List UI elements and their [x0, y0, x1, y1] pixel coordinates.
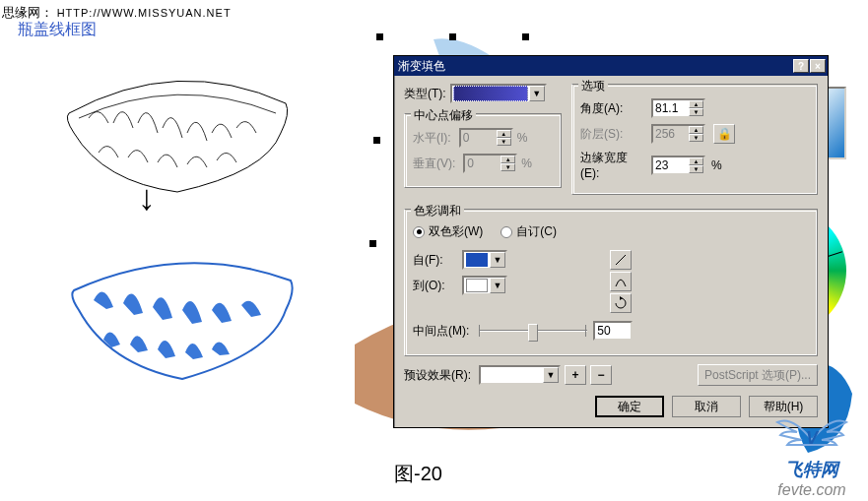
midpoint-input[interactable] [593, 321, 633, 341]
dialog-title: 淅变填色 [398, 58, 793, 75]
pct-label: % [521, 157, 532, 170]
custom-radio[interactable]: 自订(C) [501, 223, 557, 240]
center-offset-group: 中心点偏移 水平(I): ▲▼ % 垂直(V): ▲▼ [404, 113, 562, 188]
spinner-icon: ▲▼ [501, 156, 515, 171]
presets-label: 预设效果(R): [404, 367, 471, 384]
lock-icon[interactable]: 🔒 [713, 124, 735, 144]
chevron-down-icon: ▼ [490, 252, 505, 268]
figure-caption: 图-20 [394, 461, 442, 487]
midpoint-label: 中间点(M): [413, 323, 469, 340]
edge-input[interactable]: ▲▼ [651, 156, 705, 175]
spinner-icon[interactable]: ▲▼ [689, 100, 703, 116]
slider-thumb[interactable] [528, 324, 538, 342]
ok-button[interactable]: 确定 [595, 396, 664, 417]
remove-preset-button[interactable]: − [590, 365, 612, 385]
offset-legend: 中心点偏移 [411, 107, 476, 124]
dialog-titlebar[interactable]: 淅变填色 ? × [394, 56, 828, 76]
radio-icon [413, 226, 425, 238]
add-preset-button[interactable]: + [565, 365, 586, 385]
svg-text:V: V [806, 428, 820, 448]
spinner-icon: ▲▼ [497, 130, 511, 146]
caption-wireframe: 瓶盖线框图 [18, 20, 97, 40]
presets-dropdown[interactable]: ▼ [479, 365, 561, 385]
rotate-path-button[interactable] [610, 293, 632, 313]
midpoint-slider[interactable] [479, 321, 587, 341]
type-swatch [453, 86, 528, 101]
chevron-down-icon: ▼ [529, 86, 545, 101]
type-dropdown[interactable]: ▼ [450, 84, 547, 103]
edge-label: 边缘宽度(E): [580, 150, 643, 180]
spinner-icon[interactable]: ▲▼ [689, 157, 703, 173]
titlebar-help-button[interactable]: ? [793, 59, 809, 73]
to-color-swatch [466, 279, 488, 292]
to-label: 到(O): [413, 278, 454, 294]
colorblend-legend: 色彩调和 [411, 203, 464, 219]
wings-icon: V [772, 410, 851, 458]
from-color-dropdown[interactable]: ▼ [462, 250, 507, 270]
blue-rendered-drawing [59, 246, 305, 404]
wireframe-drawing [49, 64, 305, 202]
line-path-button[interactable] [610, 250, 632, 270]
logo-text-url: fevte.com [777, 481, 845, 499]
options-group: 选项 角度(A): ▲▼ 阶层(S): ▲▼ [571, 84, 818, 195]
watermark-url: HTTP://WWW.MISSYUAN.NET [57, 7, 232, 19]
logo-text-cn: 飞特网 [785, 458, 838, 481]
angle-input[interactable]: ▲▼ [651, 98, 705, 118]
chevron-down-icon: ▼ [543, 367, 559, 383]
spinner-icon: ▲▼ [689, 126, 703, 142]
type-label: 类型(T): [404, 86, 446, 102]
chevron-down-icon: ▼ [490, 278, 505, 293]
steps-label: 阶层(S): [580, 126, 643, 143]
gradient-fill-dialog: 淅变填色 ? × 类型(T): ▼ 中心点偏移 水平(I): [393, 55, 829, 428]
curve-path-button[interactable] [610, 272, 632, 291]
path-tool-buttons [610, 250, 632, 313]
horizontal-input: ▲▼ [459, 128, 513, 148]
color-blend-group: 色彩调和 双色彩(W) 自订(C) 自(F): ▼ [404, 209, 818, 356]
angle-label: 角度(A): [580, 100, 643, 117]
postscript-button: PostScript 选项(P)... [698, 364, 818, 386]
to-color-dropdown[interactable]: ▼ [462, 276, 507, 295]
watermark-site: 思缘网： [2, 5, 53, 20]
horizontal-label: 水平(I): [413, 130, 451, 147]
options-legend: 选项 [578, 78, 608, 94]
svg-line-0 [616, 255, 626, 265]
from-color-swatch [466, 253, 488, 267]
radio-icon [501, 226, 512, 238]
vertical-input: ▲▼ [463, 154, 517, 173]
two-color-radio[interactable]: 双色彩(W) [413, 223, 483, 240]
cancel-button[interactable]: 取消 [672, 396, 741, 417]
arrow-down-icon: ↓ [138, 177, 156, 219]
pct-label: % [711, 158, 722, 172]
from-label: 自(F): [413, 252, 454, 269]
logo-watermark: V 飞特网 fevte.com [758, 415, 866, 499]
vertical-label: 垂直(V): [413, 156, 455, 172]
titlebar-close-button[interactable]: × [810, 59, 826, 73]
steps-input: ▲▼ [651, 124, 705, 144]
pct-label: % [517, 131, 528, 145]
